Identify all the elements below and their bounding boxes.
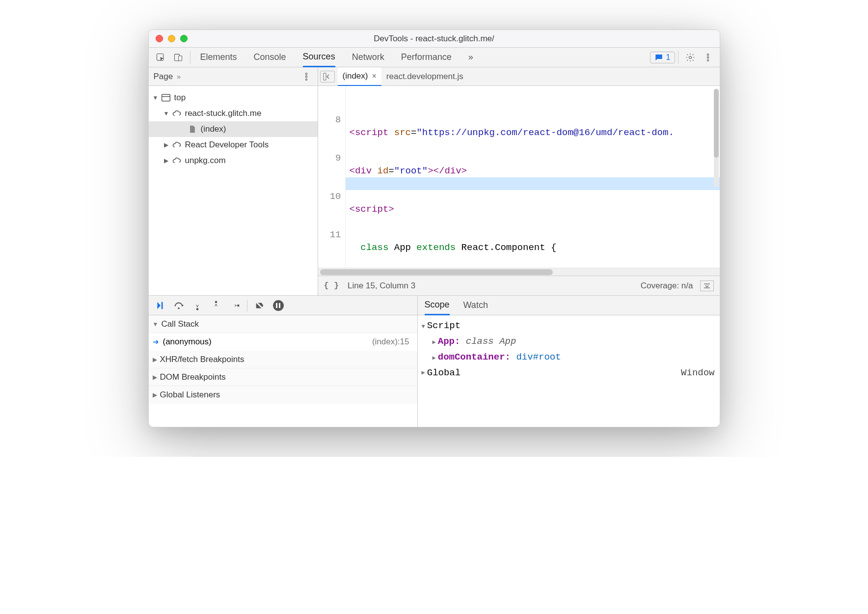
messages-badge[interactable]: 1 — [650, 52, 675, 63]
scope-pane: Scope Watch ▼Script ▶App: class App ▶dom… — [418, 296, 720, 427]
editor-tabs: (index) × react.development.js — [318, 67, 720, 86]
tree-label: react-stuck.glitch.me — [185, 109, 262, 118]
tabs-overflow[interactable]: » — [468, 48, 473, 67]
global-listeners-header[interactable]: ▶Global Listeners — [149, 386, 417, 404]
show-details-icon[interactable] — [700, 280, 714, 291]
frame-name: (anonymous) — [163, 337, 212, 347]
svg-point-8 — [305, 76, 307, 77]
deactivate-breakpoints-icon[interactable] — [251, 297, 268, 314]
inspect-element-icon[interactable] — [152, 49, 169, 66]
window-title: DevTools - react-stuck.glitch.me/ — [149, 34, 720, 44]
tree-file-index[interactable]: (index) — [149, 121, 318, 137]
file-tab-react-dev[interactable]: react.development.js — [381, 67, 468, 86]
svg-point-16 — [237, 304, 240, 307]
cursor-position: Line 15, Column 3 — [348, 281, 415, 291]
tree-label: unpkg.com — [185, 156, 226, 166]
pretty-print-icon[interactable]: { } — [324, 281, 339, 290]
debugger-toolbar — [149, 296, 417, 315]
separator — [678, 51, 678, 64]
editor-panel: (index) × react.development.js 8 9 10 11… — [318, 67, 720, 295]
file-tab-label: (index) — [343, 71, 368, 81]
titlebar: DevTools - react-stuck.glitch.me/ — [149, 30, 720, 48]
message-count: 1 — [666, 53, 671, 62]
svg-point-14 — [196, 308, 198, 310]
vertical-scrollbar[interactable] — [714, 89, 719, 187]
horizontal-scrollbar[interactable] — [318, 268, 720, 276]
step-into-icon[interactable] — [189, 297, 206, 314]
file-tree: ▼ top ▼ react-stuck.glitch.me (index) ▶ … — [149, 86, 318, 172]
navigator-more-icon[interactable] — [300, 68, 313, 85]
pause-on-exceptions-icon[interactable] — [270, 297, 287, 314]
more-menu-icon[interactable] — [699, 49, 717, 66]
tab-watch[interactable]: Watch — [463, 296, 488, 315]
svg-point-4 — [707, 54, 708, 55]
scope-tabs: Scope Watch — [418, 296, 720, 315]
step-icon[interactable] — [226, 297, 243, 314]
tab-performance[interactable]: Performance — [401, 48, 452, 67]
svg-point-9 — [305, 79, 307, 80]
svg-point-7 — [305, 73, 307, 74]
navigator-tabs-overflow[interactable]: » — [177, 73, 181, 81]
xhr-breakpoints-header[interactable]: ▶XHR/fetch Breakpoints — [149, 351, 417, 368]
close-icon[interactable]: × — [372, 72, 376, 81]
scope-var-app[interactable]: ▶App: class App — [422, 334, 715, 350]
scope-section-script[interactable]: ▼Script — [422, 318, 715, 334]
svg-point-3 — [689, 56, 691, 58]
navigator-tab-page[interactable]: Page — [154, 72, 173, 82]
step-out-icon[interactable] — [208, 297, 224, 314]
coverage-status: Coverage: n/a — [641, 281, 693, 291]
tree-origin-unpkg[interactable]: ▶ unpkg.com — [149, 153, 318, 168]
navigator-header: Page » — [149, 67, 318, 86]
settings-gear-icon[interactable] — [681, 49, 699, 66]
svg-point-15 — [215, 301, 217, 303]
tab-elements[interactable]: Elements — [200, 48, 237, 67]
svg-rect-10 — [162, 94, 170, 101]
separator — [247, 300, 247, 311]
editor-status-bar: { } Line 15, Column 3 Coverage: n/a — [318, 276, 720, 295]
current-frame-icon: ➔ — [153, 337, 159, 346]
svg-point-6 — [707, 59, 708, 61]
svg-rect-0 — [157, 54, 163, 60]
svg-point-5 — [707, 56, 708, 58]
step-over-icon[interactable] — [170, 297, 187, 314]
file-tab-index[interactable]: (index) × — [338, 67, 381, 86]
code-lines[interactable]: <script src="https://unpkg.com/react-dom… — [346, 86, 720, 268]
navigator-sidebar: Page » ▼ top ▼ react-stuck.glitch.me — [149, 67, 318, 295]
tree-label: (index) — [201, 124, 226, 134]
gutter[interactable]: 8 9 10 11 12 13 14 15 16 17 18 — [318, 86, 346, 268]
tree-label: top — [174, 93, 186, 103]
svg-point-13 — [178, 307, 180, 309]
tab-network[interactable]: Network — [352, 48, 384, 67]
svg-rect-12 — [324, 73, 326, 80]
frame-location: (index):15 — [372, 337, 413, 347]
file-tab-label: react.development.js — [386, 72, 463, 82]
separator — [190, 51, 190, 64]
scope-section-global[interactable]: ▶GlobalWindow — [422, 365, 715, 380]
devtools-window: DevTools - react-stuck.glitch.me/ Elemen… — [148, 29, 720, 427]
device-toolbar-icon[interactable] — [169, 49, 187, 66]
svg-rect-2 — [178, 56, 182, 60]
tree-origin[interactable]: ▼ react-stuck.glitch.me — [149, 106, 318, 121]
tree-frame-top[interactable]: ▼ top — [149, 90, 318, 106]
current-line-highlight — [346, 177, 720, 190]
debugger-pane: ▼Call Stack ➔ (anonymous) (index):15 ▶XH… — [149, 296, 418, 427]
tab-scope[interactable]: Scope — [425, 296, 450, 315]
dom-breakpoints-header[interactable]: ▶DOM Breakpoints — [149, 368, 417, 386]
main-toolbar: Elements Console Sources Network Perform… — [149, 48, 720, 67]
resume-button-icon[interactable] — [152, 297, 168, 314]
scope-var-domcontainer[interactable]: ▶domContainer: div#root — [422, 350, 715, 365]
code-editor[interactable]: 8 9 10 11 12 13 14 15 16 17 18 <script s… — [318, 86, 720, 268]
call-stack-header[interactable]: ▼Call Stack — [149, 315, 417, 333]
tab-sources[interactable]: Sources — [303, 48, 335, 67]
tree-extension-rdt[interactable]: ▶ React Developer Tools — [149, 137, 318, 153]
tab-console[interactable]: Console — [254, 48, 286, 67]
tree-label: React Developer Tools — [185, 140, 269, 150]
editor-nav-toggle-icon[interactable] — [320, 71, 335, 83]
stack-frame[interactable]: ➔ (anonymous) (index):15 — [149, 333, 417, 351]
